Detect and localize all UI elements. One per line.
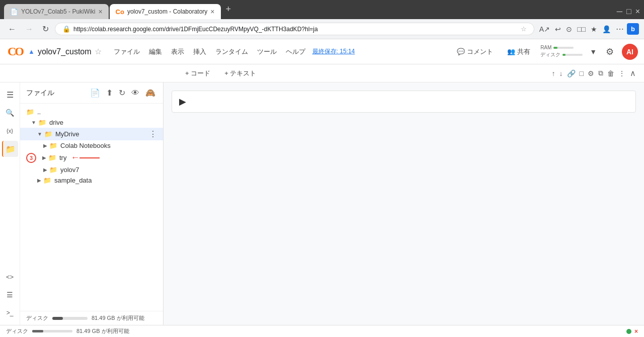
file-panel: ファイル 📄 ⬆ ↻ 👁 🙈 📁 .. ▼ 📁 drive xyxy=(20,82,164,325)
favorites-button[interactable]: ★ xyxy=(589,23,599,35)
run-cell-button[interactable]: ▶ xyxy=(176,95,189,108)
colab-notebooks-expand[interactable]: ▶ xyxy=(43,143,47,148)
tree-item-drive[interactable]: ▼ 📁 drive xyxy=(20,117,163,128)
colab-logo: CO xyxy=(6,43,24,61)
back-button[interactable]: ← xyxy=(5,23,19,36)
ram-disk-indicator: RAM ディスク xyxy=(540,45,583,58)
file-panel-header: ファイル 📄 ⬆ ↻ 👁 🙈 xyxy=(20,82,163,104)
link-button[interactable]: 🔗 xyxy=(566,68,577,79)
menu-runtime[interactable]: ランタイム xyxy=(211,45,252,58)
tree-item-sample-data[interactable]: ▶ 📁 sample_data xyxy=(20,175,163,186)
sidebar-console-button[interactable]: >_ xyxy=(2,305,18,321)
annotation-number: 3 xyxy=(26,153,36,163)
cell-settings-button[interactable]: ⚙ xyxy=(586,68,596,79)
avatar[interactable]: AI xyxy=(622,44,638,60)
sidebar-files-button[interactable]: 📁 xyxy=(2,141,18,157)
file-tree: 📁 .. ▼ 📁 drive ▼ 📁 MyDrive ⋮ xyxy=(20,104,163,311)
settings-button[interactable]: ⚙ xyxy=(604,44,616,59)
code-cell: ▶ xyxy=(172,91,636,113)
menu-tools[interactable]: ツール xyxy=(253,45,281,58)
sidebar-variables-button[interactable]: {x} xyxy=(2,123,18,139)
sidebar-menu-button[interactable]: ☰ xyxy=(2,87,18,103)
translate-button[interactable]: A↗ xyxy=(537,23,552,35)
profile-button[interactable]: 👤 xyxy=(600,23,613,35)
share-button[interactable]: 👥 共有 xyxy=(503,45,534,58)
tree-item-parent[interactable]: 📁 .. xyxy=(20,107,163,117)
try-label: try xyxy=(59,154,66,161)
dropdown-button[interactable]: ▼ xyxy=(589,47,598,57)
minimize-button[interactable]: ─ xyxy=(617,7,622,16)
disk-info-bar: ディスク 81.49 GB が利用可能 xyxy=(20,311,163,325)
disk-label-bottom: ディスク xyxy=(26,314,48,322)
yolov7-label: yolov7 xyxy=(60,166,79,174)
add-text-button[interactable]: + テキスト xyxy=(220,67,260,80)
colab-app: CO ▲ yolov7_custom ☆ ファイル 編集 表示 挿入 ランタイム… xyxy=(0,39,644,337)
refresh-files-button[interactable]: ↻ xyxy=(117,87,127,99)
delete-cell-button[interactable]: 🗑 xyxy=(606,68,616,79)
fullscreen-button[interactable]: □ xyxy=(578,68,585,79)
ram-bar xyxy=(553,47,574,49)
colab-notebooks-folder-icon: 📁 xyxy=(49,142,57,149)
refresh-button[interactable]: ↻ xyxy=(39,22,52,36)
disk-usage-bar xyxy=(52,317,88,320)
sidebar-code-button[interactable]: <> xyxy=(2,269,18,285)
cell-code-content[interactable] xyxy=(189,94,631,109)
colab-logo-text: CO xyxy=(8,45,23,58)
tab1-close[interactable]: × xyxy=(98,8,102,16)
menu-edit[interactable]: 編集 xyxy=(145,45,166,58)
maximize-button[interactable]: □ xyxy=(626,7,631,16)
last-saved[interactable]: 最終保存: 15:14 xyxy=(310,45,357,58)
menu-file[interactable]: ファイル xyxy=(110,45,144,58)
upload-button[interactable]: ⬆ xyxy=(105,87,114,99)
mydrive-menu-icon[interactable]: ⋮ xyxy=(149,129,157,139)
cell-toolbar-right: ↑ ↓ 🔗 □ ⚙ ⧉ 🗑 ⋮ ∧ xyxy=(550,66,638,80)
sample-data-expand[interactable]: ▶ xyxy=(37,178,41,183)
parent-label: .. xyxy=(37,108,41,116)
tab-1[interactable]: 📄 YOLOv7_Colab5 - PukiWiki × xyxy=(4,4,109,19)
close-button[interactable]: × xyxy=(635,7,640,16)
try-expand[interactable]: ▶ xyxy=(42,155,46,160)
status-bar: ディスク 81.49 GB が利用可能 × xyxy=(0,325,644,337)
settings-menu-button[interactable]: ⋯ xyxy=(614,22,626,36)
copy-cell-button[interactable]: ⧉ xyxy=(597,67,605,79)
menu-view[interactable]: 表示 xyxy=(167,45,188,58)
tree-item-try[interactable]: 3 ▶ 📁 try ← xyxy=(20,151,163,164)
menu-insert[interactable]: 挿入 xyxy=(189,45,210,58)
tab-2[interactable]: Co yolov7_custom - Colaboratory × xyxy=(110,4,221,19)
tree-item-yolov7[interactable]: ▶ 📁 yolov7 xyxy=(20,164,163,175)
drive-expand-arrow[interactable]: ▼ xyxy=(31,120,36,125)
mydrive-expand-arrow[interactable]: ▼ xyxy=(37,131,42,137)
edge-icon-button[interactable]: b xyxy=(627,23,639,35)
sidebar-terminal-button[interactable]: ☰ xyxy=(2,287,18,303)
cell-run-area: ▶ xyxy=(172,91,635,112)
yolov7-expand[interactable]: ▶ xyxy=(43,167,47,173)
star-favorite-icon[interactable]: ☆ xyxy=(95,47,102,56)
new-file-button[interactable]: 📄 xyxy=(89,87,102,99)
extension2-button[interactable]: ⊙ xyxy=(564,23,574,35)
share-label: 共有 xyxy=(517,47,530,56)
drive-icon: ▲ xyxy=(28,48,35,55)
star-icon[interactable]: ☆ xyxy=(521,25,527,33)
sidebar-icon-panel: ☰ 🔍 {x} 📁 <> ☰ >_ xyxy=(0,82,20,325)
comment-button[interactable]: 💬 コメント xyxy=(453,45,497,58)
menu-help[interactable]: ヘルプ xyxy=(282,45,309,58)
collapse-button[interactable]: ∧ xyxy=(628,66,638,80)
filter-files-button[interactable]: 🙈 xyxy=(144,87,157,99)
status-dot-red: × xyxy=(634,328,638,335)
drive-label: drive xyxy=(49,119,63,126)
extension1-button[interactable]: ↩ xyxy=(553,23,563,35)
tab2-close[interactable]: × xyxy=(210,8,214,16)
tab-view-button[interactable]: □□ xyxy=(575,23,588,35)
disk-space-label: 81.49 GB が利用可能 xyxy=(92,314,144,322)
add-code-button[interactable]: + コード xyxy=(181,67,214,80)
address-bar[interactable]: 🔒 https://colab.research.google.com/driv… xyxy=(55,23,534,35)
move-down-button[interactable]: ↓ xyxy=(558,68,565,79)
hide-files-button[interactable]: 👁 xyxy=(130,87,141,99)
sidebar-search-button[interactable]: 🔍 xyxy=(2,105,18,121)
tree-item-mydrive[interactable]: ▼ 📁 MyDrive ⋮ xyxy=(20,128,163,140)
tree-item-colab-notebooks[interactable]: ▶ 📁 Colab Notebooks xyxy=(20,140,163,151)
move-up-button[interactable]: ↑ xyxy=(550,68,557,79)
forward-button[interactable]: → xyxy=(22,23,36,36)
more-cell-options[interactable]: ⋮ xyxy=(617,68,627,79)
new-tab-button[interactable]: + xyxy=(222,4,235,15)
